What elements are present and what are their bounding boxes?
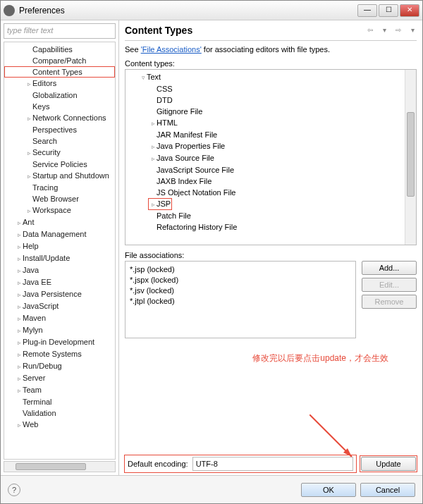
tree-item[interactable]: ▹JavaScript [4,300,115,312]
chevron-down-icon[interactable]: ▾ [380,26,388,35]
file-association-item[interactable]: *.jtpl (locked) [130,296,351,307]
tree-item[interactable]: ▹Run/Debug [4,360,115,372]
content-type-item[interactable]: ▿Text [138,73,161,81]
edit-button: Edit... [362,278,417,292]
annotation-text: 修改完以后要点击update，才会生效 [125,352,417,364]
maximize-button[interactable]: ☐ [379,4,398,17]
file-associations-label: File associations: [125,251,417,259]
tree-item[interactable]: Compare/Patch [4,55,115,66]
tree-item[interactable]: Validation [4,407,115,419]
file-association-item[interactable]: *.jsv (locked) [130,285,351,296]
file-association-item[interactable]: *.jsp (locked) [130,264,351,275]
content-type-item[interactable]: ▹JSP [148,198,172,210]
sidebar: type filter text CapabilitiesCompare/Pat… [1,20,119,475]
content-type-item[interactable]: ▹Java Source File [148,154,214,162]
content-type-item[interactable]: CSS [148,85,173,93]
tree-item[interactable]: ▹Help [4,240,115,252]
content-title: Content Types [125,25,366,36]
content-type-item[interactable]: DTD [148,96,173,104]
content-type-item[interactable]: ▹HTML [148,118,178,127]
tree-item[interactable]: ▹Java Persistence [4,288,115,300]
app-icon [4,5,15,16]
close-button[interactable]: ✕ [400,4,419,17]
tree-item[interactable]: ▹Java [4,264,115,276]
content-panel: Content Types ⇦ ▾ ⇨ ▾ See 'File Associat… [119,20,422,475]
content-type-item[interactable]: JS Object Notation File [148,188,236,197]
content-type-item[interactable]: Refactoring History File [148,223,237,231]
tree-item[interactable]: ▹Editors [4,78,115,90]
minimize-button[interactable]: — [357,4,377,17]
content-type-item[interactable]: JAR Manifest File [148,130,217,139]
titlebar: Preferences — ☐ ✕ [1,1,422,20]
forward-icon[interactable]: ⇨ [394,26,403,35]
tree-item[interactable]: Service Policies [4,159,115,170]
tree-item[interactable]: ▹Remote Systems [4,348,115,360]
window-title: Preferences [19,6,357,16]
footer: ? OK Cancel [1,475,422,503]
tree-item[interactable]: ▹Server [4,372,115,384]
content-types-label: Content types: [125,59,417,68]
tree-item[interactable]: ▹Ant [4,216,115,228]
tree-item[interactable]: ▹Plug-in Development [4,336,115,348]
help-icon[interactable]: ? [8,484,20,496]
tree-item[interactable]: Globalization [4,90,115,101]
tree-item[interactable]: Perspectives [4,124,115,135]
encoding-label: Default encoding: [128,460,188,468]
tree-item[interactable]: ▹Workspace [4,204,115,216]
tree-item[interactable]: Content Types [4,66,115,78]
tree-item[interactable]: Capabilities [4,44,115,55]
tree-item[interactable]: Search [4,135,115,147]
content-type-item[interactable]: ▹Java Properties File [148,142,225,150]
file-association-item[interactable]: *.jspx (locked) [130,275,351,285]
horizontal-scrollbar[interactable] [4,461,116,472]
ok-button[interactable]: OK [301,483,356,497]
tree-item[interactable]: Keys [4,101,115,112]
tree-item[interactable]: ▹Mylyn [4,324,115,336]
content-types-tree[interactable]: ▿TextCSSDTDGitignore File▹HTMLJAR Manife… [125,69,417,245]
cancel-button[interactable]: Cancel [360,483,415,497]
vertical-scrollbar[interactable] [405,70,416,245]
tree-item[interactable]: Web Browser [4,193,115,204]
tree-item[interactable]: ▹Team [4,384,115,396]
content-type-item[interactable]: Patch File [148,211,191,220]
encoding-group: Default encoding: [125,455,356,472]
content-type-item[interactable]: JAXB Index File [148,177,212,185]
update-button[interactable]: Update [361,457,416,471]
tree-item[interactable]: ▹Install/Update [4,252,115,264]
tree-item[interactable]: ▹Startup and Shutdown [4,170,115,182]
filter-input[interactable]: type filter text [4,23,116,39]
back-icon[interactable]: ⇦ [366,26,374,35]
tree-item[interactable]: ▹Web [4,419,115,431]
content-type-item[interactable]: JavaScript Source File [148,166,234,174]
tree-item[interactable]: ▹Data Management [4,228,115,240]
file-associations-link[interactable]: 'File Associations' [141,45,202,54]
file-associations-list[interactable]: *.jsp (locked)*.jspx (locked)*.jsv (lock… [125,261,356,338]
menu-chevron-icon[interactable]: ▾ [408,26,417,35]
encoding-input[interactable] [192,457,353,471]
add-button[interactable]: Add... [362,261,417,275]
preferences-window: Preferences — ☐ ✕ type filter text Capab… [0,0,423,504]
tree-item[interactable]: ▹Maven [4,312,115,324]
remove-button: Remove [362,295,417,309]
content-type-item[interactable]: Gitignore File [148,107,202,116]
tree-item[interactable]: ▹Java EE [4,276,115,288]
tree-item[interactable]: Terminal [4,396,115,407]
preferences-tree[interactable]: CapabilitiesCompare/PatchContent Types▹E… [4,42,116,460]
description-text: See 'File Associations' for associating … [125,45,417,54]
tree-item[interactable]: ▹Network Connections [4,112,115,124]
tree-item[interactable]: Tracing [4,182,115,193]
tree-item[interactable]: ▹Security [4,147,115,159]
